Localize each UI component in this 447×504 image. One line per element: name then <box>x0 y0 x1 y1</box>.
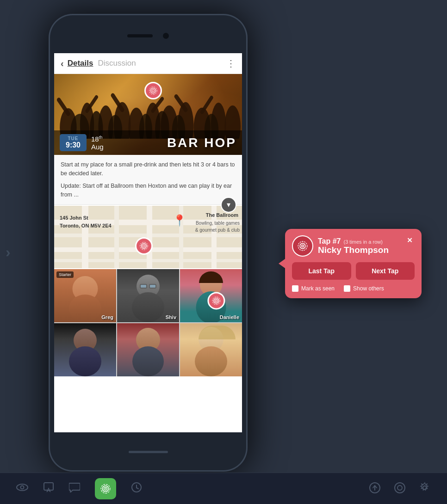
event-date-bar: TUE 9:30 18th Aug BAR HOP <box>54 130 242 155</box>
settings-circle-icon[interactable] <box>394 482 406 496</box>
fingerprint-danielle[interactable] <box>207 292 225 309</box>
back-button[interactable]: ‹ <box>61 58 64 69</box>
map-venue-name: The Ballroom <box>206 211 238 220</box>
left-nav-arrow[interactable]: › <box>6 244 11 261</box>
fingerprint-icon-danielle <box>211 295 221 306</box>
popup-header: Tap #7 (3 times in a row) Nicky Thompson… <box>292 235 415 257</box>
phone-top-bar <box>49 14 248 53</box>
attendees-grid: Starter Greg Shiv <box>54 269 242 376</box>
popup-user-name: Nicky Thompson <box>318 246 400 255</box>
svg-point-41 <box>21 486 24 489</box>
show-others-checkbox[interactable] <box>344 285 350 292</box>
svg-point-35 <box>216 301 217 301</box>
bottom-toolbar <box>0 473 447 504</box>
map-address: 145 John St Toronto, ON M5V 2E4 <box>60 214 112 230</box>
mark-as-seen-label: Mark as seen <box>301 285 335 292</box>
svg-line-27 <box>202 98 211 112</box>
svg-point-39 <box>302 246 303 246</box>
popup-tap-number: Tap #7 <box>318 237 341 246</box>
fingerprint-header[interactable] <box>144 82 162 99</box>
attendee-name-shiv: Shiv <box>166 314 176 320</box>
gear-icon[interactable] <box>419 482 431 496</box>
expand-button[interactable]: ▾ <box>221 197 236 213</box>
popup-tap-row-detail: (3 times in a row) <box>344 239 383 245</box>
tab-discussion[interactable]: Discussion <box>98 59 136 68</box>
fingerprint-icon-header <box>148 86 158 96</box>
popup-checkboxes: Mark as seen Show others <box>292 285 415 292</box>
svg-point-51 <box>395 483 405 493</box>
description-line-2: Update: Start off at Ballroom then Hoxto… <box>61 182 236 200</box>
map-area[interactable]: 145 John St Toronto, ON M5V 2E4 📍 The Ba… <box>54 206 242 268</box>
tap-popup: Tap #7 (3 times in a row) Nicky Thompson… <box>285 229 422 298</box>
event-time: 9:30 <box>63 141 83 149</box>
popup-user-info: Tap #7 (3 times in a row) Nicky Thompson <box>318 237 400 255</box>
attendee-5[interactable] <box>117 323 179 376</box>
attendee-name-danielle: Danielle <box>220 314 239 320</box>
eye-icon[interactable] <box>16 482 28 495</box>
mark-as-seen-checkbox[interactable] <box>292 285 298 292</box>
cursor-icon[interactable] <box>43 482 54 495</box>
svg-line-49 <box>137 488 138 489</box>
tab-details[interactable]: Details <box>68 59 93 68</box>
attendee-shiv[interactable]: Shiv <box>117 269 179 322</box>
attendee-starter-badge: Starter <box>56 271 74 278</box>
phone-bottom-bar <box>49 432 248 472</box>
event-title: BAR HOP <box>167 135 236 150</box>
phone-camera <box>163 33 169 39</box>
attendee-6[interactable] <box>180 323 242 376</box>
svg-point-40 <box>17 484 28 491</box>
svg-point-3 <box>153 90 154 91</box>
attendee-4[interactable] <box>54 323 116 376</box>
fingerprint-icon-popup <box>297 240 309 252</box>
chat-icon[interactable] <box>69 482 80 495</box>
menu-icon[interactable]: ⋮ <box>226 58 236 69</box>
app-header: ‹ Details Discussion ⋮ <box>54 53 242 74</box>
map-pin: 📍 <box>173 214 186 227</box>
popup-avatar <box>292 235 313 257</box>
popup-close-button[interactable]: ✕ <box>405 235 415 246</box>
description-line-1: Start at my place for a small pre-drink … <box>61 160 236 178</box>
home-indicator <box>129 451 168 453</box>
clock-icon[interactable] <box>131 482 142 495</box>
svg-point-46 <box>105 488 106 489</box>
map-venue-desc: Bowling, table games & gourmet pub & clu… <box>195 220 240 234</box>
attendee-danielle[interactable]: Danielle <box>180 269 242 322</box>
last-tap-button[interactable]: Last Tap <box>292 262 351 280</box>
mark-as-seen-option[interactable]: Mark as seen <box>292 285 335 292</box>
fingerprint-icon-map <box>139 241 149 251</box>
show-others-label: Show others <box>353 285 384 292</box>
fingerprint-nav-active[interactable] <box>95 478 116 499</box>
event-day: TUE <box>63 136 83 141</box>
date-box: TUE 9:30 <box>60 134 87 151</box>
popup-buttons: Last Tap Next Tap <box>292 262 415 280</box>
upload-icon[interactable] <box>369 482 381 496</box>
phone-speaker <box>127 34 153 37</box>
event-description: Start at my place for a small pre-drink … <box>54 155 242 205</box>
svg-point-31 <box>143 246 144 246</box>
next-tap-button[interactable]: Next Tap <box>356 262 415 280</box>
fingerprint-map[interactable] <box>135 237 153 255</box>
show-others-option[interactable]: Show others <box>344 285 384 292</box>
svg-point-52 <box>397 486 402 490</box>
phone-screen: ‹ Details Discussion ⋮ <box>54 53 242 432</box>
attendee-greg[interactable]: Starter Greg <box>54 269 116 322</box>
attendee-name-greg: Greg <box>101 314 113 320</box>
phone-frame: ‹ Details Discussion ⋮ <box>49 14 248 472</box>
event-date-detail: 18th Aug <box>91 135 104 151</box>
